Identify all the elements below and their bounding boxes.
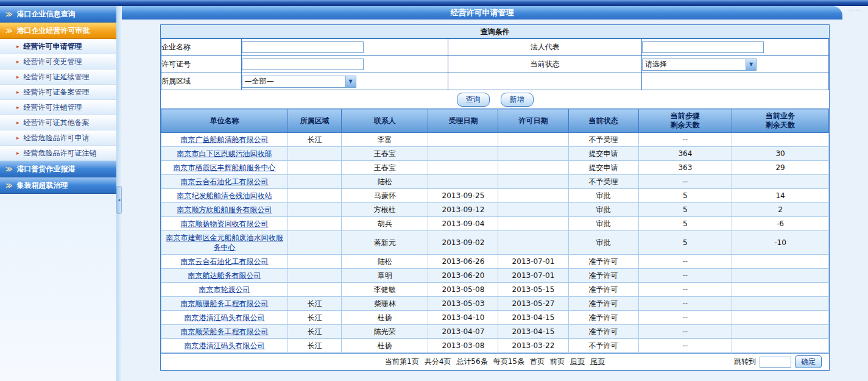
subitem-label: 经营危险品许可申请 xyxy=(24,133,90,143)
column-header: 当前状态 xyxy=(568,109,638,133)
double-arrow-icon: ≫ xyxy=(5,27,13,35)
company-link[interactable]: 南京顺荣船务工程有限公司 xyxy=(181,327,269,336)
jump-page-input[interactable] xyxy=(760,357,791,368)
jump-confirm-button[interactable]: 确定 xyxy=(795,355,822,368)
sidebar-group-container-overload[interactable]: ≫ 集装箱超载治理 xyxy=(0,177,116,194)
subitem-label: 经营许可证延续管理 xyxy=(24,72,90,82)
company-link[interactable]: 南京顺扬物资回收有限公司 xyxy=(181,219,269,228)
subitem-label: 经营许可证其他备案 xyxy=(24,118,90,128)
status-select-value: 请选择 xyxy=(643,59,746,69)
company-link[interactable]: 南京云合石油化工有限公司 xyxy=(181,257,269,266)
arrow-bullet-icon: ▸ xyxy=(16,150,19,156)
search-button[interactable]: 查询 xyxy=(457,93,490,107)
license-no-input[interactable] xyxy=(242,59,364,70)
legal-rep-label: 法人代表 xyxy=(448,39,642,56)
group-label: 集装箱超载治理 xyxy=(17,180,68,191)
query-section-title: 查询条件 xyxy=(161,25,829,38)
arrow-bullet-icon: ▸ xyxy=(16,135,19,141)
company-link[interactable]: 南京顺方欣船舶服务有限公司 xyxy=(177,205,272,214)
table-row: 南京市白下区恩赐污油回收部王春宝提交申请36430 xyxy=(161,147,829,161)
add-button[interactable]: 新增 xyxy=(501,93,534,107)
double-arrow-icon: ≫ xyxy=(5,10,13,18)
group-label: 港口普货作业报港 xyxy=(17,164,76,174)
group-label: 港口企业经营许可审批 xyxy=(17,26,90,36)
sidebar-subitem[interactable]: ▸经营许可申请管理 xyxy=(0,39,116,54)
subitem-label: 经营许可变更管理 xyxy=(24,57,82,67)
company-link[interactable]: 南京纪发船舶清仓残油回收站 xyxy=(177,191,272,200)
region-select-value: —全部— xyxy=(242,76,345,87)
company-name-label: 企业名称 xyxy=(161,39,242,56)
sidebar-subitem[interactable]: ▸经营许可注销管理 xyxy=(0,100,116,115)
sidebar-group-license-approval[interactable]: ≫ 港口企业经营许可审批 xyxy=(0,23,116,39)
table-row: 南京顺珊船务工程有限公司长江柴珊林2013-05-032013-05-27准予许… xyxy=(161,297,829,311)
region-select[interactable]: —全部— ▼ xyxy=(242,76,356,88)
table-row: 南京市轮渡公司李健敏2013-05-082013-05-15准予许可-- xyxy=(161,283,829,297)
sidebar-subitem[interactable]: ▸经营许可证延续管理 xyxy=(0,69,116,85)
sidebar-subitem[interactable]: ▸经营许可证其他备案 xyxy=(0,115,116,130)
column-header: 联系人 xyxy=(341,109,428,133)
subitem-label: 经营许可申请管理 xyxy=(24,41,82,52)
page-title: 经营许可申请管理 xyxy=(122,6,842,20)
column-header: 所属区域 xyxy=(288,109,342,133)
arrow-bullet-icon: ▸ xyxy=(16,43,19,49)
sidebar-filler xyxy=(0,194,116,381)
company-link[interactable]: 南京云合石油化工有限公司 xyxy=(181,177,269,186)
table-row: 南京市栖霞区丰辉船舶服务中心王春宝提交申请36329 xyxy=(161,161,829,175)
sidebar-group-port-info-query[interactable]: ≫ 港口企业信息查询 xyxy=(0,6,116,23)
company-link[interactable]: 南京航达船务有限公司 xyxy=(188,271,261,280)
main-area: 经营许可申请管理 ⋯⋯ 查询条件 企业名称 法人代表 许可证号 当前状态 xyxy=(122,6,868,381)
column-header: 受理日期 xyxy=(428,109,498,133)
company-link[interactable]: 南京港清江码头有限公司 xyxy=(185,313,265,322)
company-link[interactable]: 南京市白下区恩赐污油回收部 xyxy=(177,149,272,158)
arrow-bullet-icon: ▸ xyxy=(16,89,19,95)
pagination-current-page: 当前第1页 xyxy=(385,357,419,367)
company-link[interactable]: 南京广益船舶清舱有限公司 xyxy=(181,135,269,144)
empty-cell xyxy=(642,73,829,90)
table-row: 南京顺荣船务工程有限公司长江陈光荣2013-04-072013-04-15准予许… xyxy=(161,325,829,339)
column-header: 单位名称 xyxy=(161,109,288,133)
arrow-bullet-icon: ▸ xyxy=(16,119,19,126)
table-row: 南京云合石油化工有限公司陆松2013-06-262013-07-01准予许可-- xyxy=(161,255,829,269)
column-header: 当前业务剩余天数 xyxy=(732,109,829,133)
pagination-prev-link[interactable]: 前页 xyxy=(550,357,565,367)
company-link[interactable]: 南京市建邺区金元船舶废油水回收服务中心 xyxy=(166,233,283,252)
column-header: 许可日期 xyxy=(498,109,568,133)
license-no-label: 许可证号 xyxy=(161,56,242,73)
subitem-label: 经营许可证备案管理 xyxy=(24,87,90,98)
sidebar-subitem[interactable]: ▸经营许可变更管理 xyxy=(0,54,116,69)
company-link[interactable]: 南京市栖霞区丰辉船舶服务中心 xyxy=(174,163,276,172)
table-row: 南京顺扬物资回收有限公司胡兵2013-09-04审批5-6 xyxy=(161,217,829,231)
table-row: 南京港清江码头有限公司长江杜扬2013-03-082013-03-22不予许可-… xyxy=(161,339,829,353)
pagination-last-link[interactable]: 尾页 xyxy=(590,357,605,367)
status-select[interactable]: 请选择 ▼ xyxy=(642,59,757,71)
pagination-total-pages: 共分4页 xyxy=(425,357,451,367)
results-header-row: 单位名称所属区域联系人受理日期许可日期当前状态当前步骤剩余天数当前业务剩余天数 xyxy=(161,109,829,133)
sidebar-submenu: ▸经营许可申请管理▸经营许可变更管理▸经营许可证延续管理▸经营许可证备案管理▸经… xyxy=(0,39,116,161)
company-link[interactable]: 南京市轮渡公司 xyxy=(199,285,250,294)
action-button-row: 查询 新增 xyxy=(161,90,829,109)
top-banner xyxy=(0,0,868,6)
legal-rep-input[interactable] xyxy=(642,41,764,53)
sidebar: ≫ 港口企业信息查询 ≫ 港口企业经营许可审批 ▸经营许可申请管理▸经营许可变更… xyxy=(0,6,116,381)
arrow-bullet-icon: ▸ xyxy=(16,74,19,80)
sidebar-group-cargo-report[interactable]: ≫ 港口普货作业报港 xyxy=(0,161,116,177)
pagination-first-link[interactable]: 首页 xyxy=(530,357,545,367)
results-table: 单位名称所属区域联系人受理日期许可日期当前状态当前步骤剩余天数当前业务剩余天数 … xyxy=(161,109,829,353)
table-row: 南京港清江码头有限公司长江杜扬2013-04-102013-04-15准予许可-… xyxy=(161,311,829,325)
sidebar-subitem[interactable]: ▸经营许可证备案管理 xyxy=(0,85,116,100)
jump-to-label: 跳转到 xyxy=(734,357,756,367)
main-panel: 查询条件 企业名称 法人代表 许可证号 当前状态 请 xyxy=(160,24,830,371)
sidebar-subitem[interactable]: ▸经营危险品许可申请 xyxy=(0,130,116,146)
arrow-bullet-icon: ▸ xyxy=(16,104,19,110)
company-name-input[interactable] xyxy=(242,41,364,53)
pagination: 当前第1页 共分4页 总计56条 每页15条 首页 前页 后页 尾页 跳转到 确… xyxy=(161,353,829,370)
sidebar-subitem[interactable]: ▸经营危险品许可证注销 xyxy=(0,146,116,161)
company-link[interactable]: 南京港清江码头有限公司 xyxy=(185,341,265,350)
pagination-next-link[interactable]: 后页 xyxy=(570,357,585,367)
sidebar-collapse-handle[interactable]: ◂ xyxy=(116,186,122,214)
current-status-label: 当前状态 xyxy=(448,56,642,73)
collapse-arrow-icon: ◂ xyxy=(118,198,121,202)
company-link[interactable]: 南京顺珊船务工程有限公司 xyxy=(181,299,269,308)
pagination-total-records: 总计56条 xyxy=(456,357,487,367)
sidebar-collapse-strip: ◂ xyxy=(116,6,122,381)
